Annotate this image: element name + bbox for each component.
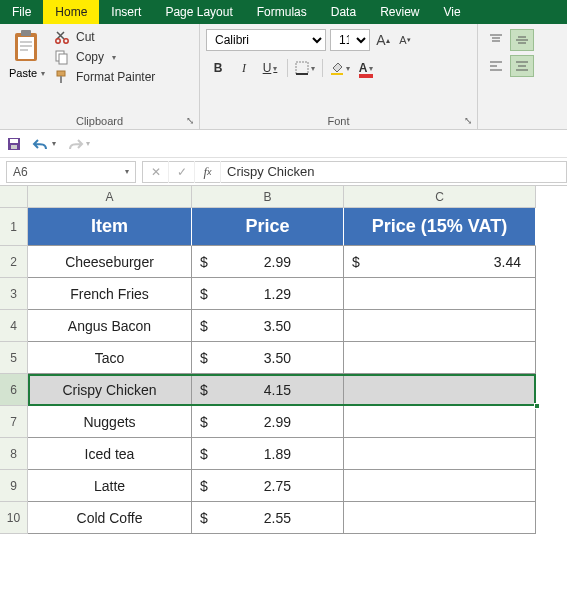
- undo-button[interactable]: ▾: [32, 136, 56, 152]
- row-header[interactable]: 9: [0, 470, 28, 502]
- col-header-c[interactable]: C: [344, 186, 536, 208]
- svg-rect-14: [331, 73, 343, 75]
- cell-vat[interactable]: [344, 470, 536, 502]
- tab-data[interactable]: Data: [319, 0, 368, 24]
- fill-color-button[interactable]: ▾: [328, 57, 352, 79]
- ribbon-group-clipboard: Paste▾ Cut Copy▾ Format Painter Clipboar…: [0, 24, 200, 129]
- cell-price[interactable]: $1.29: [192, 278, 344, 310]
- decrease-font-button[interactable]: A▾: [396, 29, 414, 51]
- header-item[interactable]: Item: [28, 208, 192, 246]
- select-all-corner[interactable]: [0, 186, 28, 208]
- tab-file[interactable]: File: [0, 0, 43, 24]
- cancel-formula-button[interactable]: ✕: [143, 161, 169, 183]
- row-header[interactable]: 3: [0, 278, 28, 310]
- tab-review[interactable]: Review: [368, 0, 431, 24]
- table-row: 9Latte$2.75: [0, 470, 567, 502]
- col-header-a[interactable]: A: [28, 186, 192, 208]
- cell-item[interactable]: Iced tea: [28, 438, 192, 470]
- tab-page-layout[interactable]: Page Layout: [153, 0, 244, 24]
- cell-price[interactable]: $3.50: [192, 310, 344, 342]
- cell-price[interactable]: $2.75: [192, 470, 344, 502]
- italic-button[interactable]: I: [232, 57, 256, 79]
- cell-item[interactable]: Cold Coffe: [28, 502, 192, 534]
- align-middle-icon: [514, 33, 530, 47]
- enter-formula-button[interactable]: ✓: [169, 161, 195, 183]
- cell-price[interactable]: $2.99: [192, 406, 344, 438]
- cell-price[interactable]: $3.50: [192, 342, 344, 374]
- save-button[interactable]: [6, 136, 22, 152]
- underline-button[interactable]: U▾: [258, 57, 282, 79]
- align-top-button[interactable]: [484, 29, 508, 51]
- name-box[interactable]: A6▾: [6, 161, 136, 183]
- font-name-select[interactable]: Calibri: [206, 29, 326, 51]
- align-left-icon: [488, 59, 504, 73]
- row-header[interactable]: 2: [0, 246, 28, 278]
- cell-vat[interactable]: [344, 502, 536, 534]
- format-painter-button[interactable]: Format Painter: [54, 69, 155, 85]
- align-left-button[interactable]: [484, 55, 508, 77]
- clipboard-launcher[interactable]: ⤡: [183, 113, 197, 127]
- cell-vat[interactable]: $3.44: [344, 246, 536, 278]
- align-center-button[interactable]: [510, 55, 534, 77]
- svg-rect-30: [11, 145, 17, 149]
- svg-rect-5: [20, 49, 28, 51]
- undo-icon: [32, 136, 50, 152]
- row-header[interactable]: 8: [0, 438, 28, 470]
- cell-item[interactable]: Taco: [28, 342, 192, 374]
- font-color-button[interactable]: A▾: [354, 57, 378, 79]
- cell-price[interactable]: $2.55: [192, 502, 344, 534]
- cell-price[interactable]: $2.99: [192, 246, 344, 278]
- align-middle-button[interactable]: [510, 29, 534, 51]
- cell-item[interactable]: Angus Bacon: [28, 310, 192, 342]
- row-header[interactable]: 6: [0, 374, 28, 406]
- row-header[interactable]: 4: [0, 310, 28, 342]
- cell-vat[interactable]: [344, 278, 536, 310]
- cell-item[interactable]: Nuggets: [28, 406, 192, 438]
- cell-price[interactable]: $1.89: [192, 438, 344, 470]
- row-header[interactable]: 10: [0, 502, 28, 534]
- table-row: 7Nuggets$2.99: [0, 406, 567, 438]
- fill-handle[interactable]: [534, 403, 540, 409]
- cut-label: Cut: [76, 30, 95, 44]
- increase-font-button[interactable]: A▴: [374, 29, 392, 51]
- svg-rect-4: [20, 45, 32, 47]
- paste-button[interactable]: Paste▾: [6, 27, 48, 85]
- cell-vat[interactable]: [344, 374, 536, 406]
- svg-rect-10: [57, 71, 65, 76]
- row-header[interactable]: 7: [0, 406, 28, 438]
- cell-price[interactable]: $4.15: [192, 374, 344, 406]
- chevron-down-icon: ▾: [86, 139, 90, 148]
- tab-view[interactable]: Vie: [432, 0, 473, 24]
- clipboard-icon: [12, 29, 42, 65]
- cut-button[interactable]: Cut: [54, 29, 155, 45]
- cell-item[interactable]: Crispy Chicken: [28, 374, 192, 406]
- fx-button[interactable]: fx: [195, 161, 221, 183]
- row-header[interactable]: 1: [0, 208, 28, 246]
- cell-item[interactable]: Cheeseburger: [28, 246, 192, 278]
- cell-vat[interactable]: [344, 406, 536, 438]
- cell-vat[interactable]: [344, 342, 536, 374]
- cell-item[interactable]: French Fries: [28, 278, 192, 310]
- tab-formulas[interactable]: Formulas: [245, 0, 319, 24]
- header-price[interactable]: Price: [192, 208, 344, 246]
- chevron-down-icon: ▾: [346, 64, 350, 73]
- tab-insert[interactable]: Insert: [99, 0, 153, 24]
- color-bar-icon: [359, 74, 373, 78]
- formula-bar-input[interactable]: [221, 161, 567, 183]
- bold-button[interactable]: B: [206, 57, 230, 79]
- tab-home[interactable]: Home: [43, 0, 99, 24]
- bucket-icon: [330, 61, 344, 75]
- cell-item[interactable]: Latte: [28, 470, 192, 502]
- copy-button[interactable]: Copy▾: [54, 49, 155, 65]
- format-painter-label: Format Painter: [76, 70, 155, 84]
- font-launcher[interactable]: ⤡: [461, 113, 475, 127]
- row-header[interactable]: 5: [0, 342, 28, 374]
- cell-vat[interactable]: [344, 438, 536, 470]
- col-header-b[interactable]: B: [192, 186, 344, 208]
- header-vat[interactable]: Price (15% VAT): [344, 208, 536, 246]
- cell-vat[interactable]: [344, 310, 536, 342]
- redo-button[interactable]: ▾: [66, 136, 90, 152]
- borders-button[interactable]: ▾: [293, 57, 317, 79]
- spreadsheet-grid[interactable]: A B C 1 Item Price Price (15% VAT) 2Chee…: [0, 186, 567, 534]
- font-size-select[interactable]: 11: [330, 29, 370, 51]
